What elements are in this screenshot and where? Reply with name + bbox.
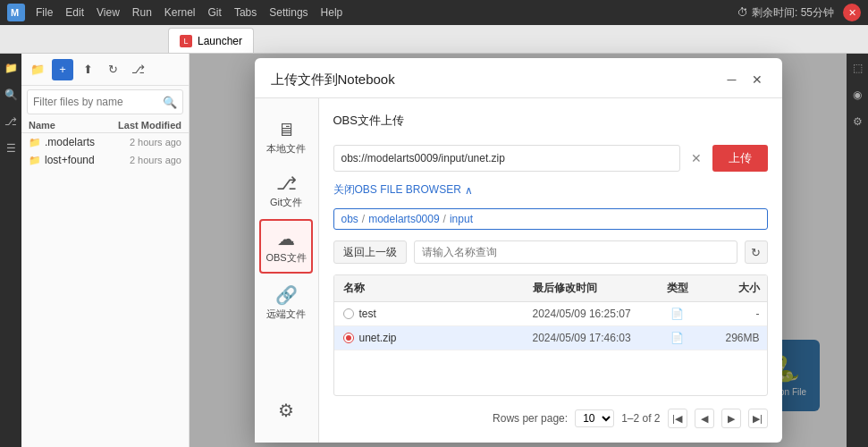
obs-section-title: OBS文件上传 xyxy=(333,113,768,129)
obs-upload-button[interactable]: 上传 xyxy=(712,145,768,172)
app-logo: M xyxy=(7,4,25,21)
sidebar-search-input[interactable] xyxy=(33,96,159,108)
row-radio-unetzip[interactable] xyxy=(343,333,354,343)
timer-label: ⏱ 剩余时间: 55分钟 xyxy=(737,5,834,21)
menu-kernel[interactable]: Kernel xyxy=(159,4,201,21)
right-icon-2[interactable]: ◉ xyxy=(848,86,866,104)
dialog-nav-local-label: 本地文件 xyxy=(266,143,306,155)
right-icon-1[interactable]: ⬚ xyxy=(848,59,866,77)
table-cell-name-label-unetzip: unet.zip xyxy=(359,332,397,344)
extensions-panel-icon[interactable]: ☰ xyxy=(2,139,20,157)
close-window-button[interactable]: ✕ xyxy=(843,4,861,21)
menu-git[interactable]: Git xyxy=(203,4,227,21)
table-cell-type-unetzip: 📄 xyxy=(651,326,704,350)
obs-toolbar: 返回上一级 ↻ xyxy=(333,240,768,264)
dialog-nav-remote-label: 远端文件 xyxy=(266,308,306,320)
menu-settings[interactable]: Settings xyxy=(264,4,313,21)
dialog-header-icons: ─ ✕ xyxy=(723,71,766,89)
obs-back-button[interactable]: 返回上一级 xyxy=(333,240,407,264)
table-row-unetzip[interactable]: unet.zip 2024/05/09 17:46:03 📄 296MB xyxy=(334,326,767,350)
pagination-last-button[interactable]: ▶| xyxy=(748,409,768,428)
obs-search-input[interactable] xyxy=(414,240,737,264)
tabbar: L Launcher xyxy=(0,25,868,54)
sidebar-new-button[interactable]: + xyxy=(52,59,73,80)
obs-path-clear-button[interactable]: ✕ xyxy=(687,151,705,165)
col-header-modified: 最后修改时间 xyxy=(526,275,651,301)
settings-icon: ⚙ xyxy=(278,400,294,421)
breadcrumb-sep-2: / xyxy=(443,213,446,225)
dialog-close-button[interactable]: ✕ xyxy=(748,71,766,89)
menu-edit[interactable]: Edit xyxy=(60,4,89,21)
sidebar-item-modelarts[interactable]: 📁 .modelarts 2 hours ago xyxy=(21,133,189,151)
obs-toggle-label: 关闭OBS FILE BROWSER xyxy=(333,182,461,198)
sidebar-item-name-modelarts: .modelarts xyxy=(45,136,106,148)
upload-dialog: 上传文件到Notebook ─ ✕ 🖥 本地文件 xyxy=(255,58,782,443)
obs-path-input[interactable] xyxy=(333,145,680,172)
breadcrumb-modelarts[interactable]: modelarts0009 xyxy=(368,213,439,225)
local-file-icon: 🖥 xyxy=(277,120,295,140)
search-panel-icon[interactable]: 🔍 xyxy=(2,86,20,104)
pagination-first-button[interactable]: |◀ xyxy=(668,409,687,428)
col-header-name: 名称 xyxy=(334,275,526,301)
sidebar-git-button[interactable]: ⎇ xyxy=(127,59,148,80)
dialog-nav-obs[interactable]: ☁ OBS文件 xyxy=(259,219,313,273)
obs-toggle-row[interactable]: 关闭OBS FILE BROWSER ∧ xyxy=(333,182,768,198)
obs-table-header: 名称 最后修改时间 类型 大小 xyxy=(334,275,767,302)
remote-file-icon: 🔗 xyxy=(275,284,298,306)
dialog-nav-git-label: Git文件 xyxy=(270,197,302,208)
table-cell-name-label-test: test xyxy=(359,308,376,320)
col-header-type: 类型 xyxy=(651,275,704,301)
menu-tabs[interactable]: Tabs xyxy=(229,4,262,21)
breadcrumb-input[interactable]: input xyxy=(450,213,473,225)
pagination-info: 1–2 of 2 xyxy=(621,412,660,425)
main-layout: 📁 🔍 ⎇ ☰ 📁 + ⬆ ↻ ⎇ 🔍 Name Last Modified 📁… xyxy=(0,54,868,447)
sidebar-search-box[interactable]: 🔍 xyxy=(27,89,183,114)
menu-help[interactable]: Help xyxy=(316,4,349,21)
sidebar-upload-button[interactable]: ⬆ xyxy=(77,59,98,80)
git-panel-icon[interactable]: ⎇ xyxy=(2,113,20,131)
left-panel-icons: 📁 🔍 ⎇ ☰ xyxy=(0,54,21,447)
col-header-size: 大小 xyxy=(704,275,767,301)
table-cell-type-test: 📄 xyxy=(651,302,704,325)
obs-file-table: 名称 最后修改时间 类型 大小 test xyxy=(333,274,768,396)
files-panel-icon[interactable]: 📁 xyxy=(2,59,20,77)
row-radio-test[interactable] xyxy=(343,308,354,319)
table-row-test[interactable]: test 2024/05/09 16:25:07 📄 - xyxy=(334,302,767,326)
right-icon-3[interactable]: ⚙ xyxy=(848,113,866,131)
dialog-nav-git[interactable]: ⎇ Git文件 xyxy=(259,165,313,215)
sidebar-item-lostfound[interactable]: 📁 lost+found 2 hours ago xyxy=(21,151,189,169)
folder-icon-lostfound: 📁 xyxy=(29,155,41,166)
dialog-nav-remote[interactable]: 🔗 远端文件 xyxy=(259,277,313,327)
pagination-rows-select[interactable]: 10 xyxy=(575,409,614,427)
pagination-prev-button[interactable]: ◀ xyxy=(695,409,714,428)
table-cell-modified-unetzip: 2024/05/09 17:46:03 xyxy=(526,326,651,350)
menu-file[interactable]: File xyxy=(30,4,58,21)
obs-refresh-button[interactable]: ↻ xyxy=(745,240,768,264)
col-modified-label: Last Modified xyxy=(110,120,181,131)
menu-view[interactable]: View xyxy=(91,4,125,21)
sidebar-toolbar: 📁 + ⬆ ↻ ⎇ xyxy=(21,54,189,86)
obs-breadcrumb: obs / modelarts0009 / input xyxy=(333,208,768,230)
tab-launcher-icon: L xyxy=(180,35,192,47)
git-file-icon: ⎇ xyxy=(276,173,297,194)
breadcrumb-obs[interactable]: obs xyxy=(341,213,358,225)
menubar: M File Edit View Run Kernel Git Tabs Set… xyxy=(0,0,868,25)
folder-icon-modelarts: 📁 xyxy=(29,137,41,148)
dialog-nav-local[interactable]: 🖥 本地文件 xyxy=(259,113,313,162)
sidebar-item-time-modelarts: 2 hours ago xyxy=(110,137,181,148)
obs-toggle-chevron-icon: ∧ xyxy=(465,184,473,197)
sidebar-item-name-lostfound: lost+found xyxy=(45,154,106,166)
sidebar-folder-icon[interactable]: 📁 xyxy=(27,59,48,80)
table-cell-name-unetzip: unet.zip xyxy=(334,326,526,350)
obs-file-icon: ☁ xyxy=(277,228,295,249)
dialog-minimize-button[interactable]: ─ xyxy=(723,71,741,89)
menu-run[interactable]: Run xyxy=(127,4,157,21)
sidebar-refresh-button[interactable]: ↻ xyxy=(102,59,123,80)
breadcrumb-sep-1: / xyxy=(362,213,365,225)
tab-launcher[interactable]: L Launcher xyxy=(168,28,254,53)
pagination-next-button[interactable]: ▶ xyxy=(721,409,741,428)
dialog-content: OBS文件上传 ✕ 上传 关闭OBS FILE BROWSER ∧ xyxy=(319,98,782,443)
search-icon: 🔍 xyxy=(163,96,177,109)
dialog-nav-settings[interactable]: ⚙ xyxy=(259,392,313,428)
right-icons-bar: ⬚ ◉ ⚙ xyxy=(847,54,868,447)
